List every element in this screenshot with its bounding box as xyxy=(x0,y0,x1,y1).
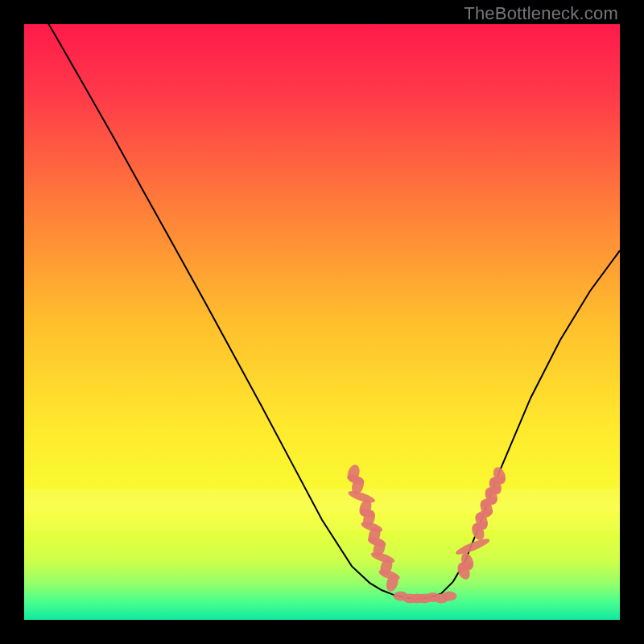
chart-plot xyxy=(24,24,620,620)
svg-point-35 xyxy=(454,536,491,557)
watermark-text: TheBottleneck.com xyxy=(464,3,618,24)
bottleneck-curve xyxy=(24,24,620,599)
svg-point-13 xyxy=(347,489,376,505)
chart-frame xyxy=(24,24,620,620)
svg-point-25 xyxy=(442,591,456,601)
